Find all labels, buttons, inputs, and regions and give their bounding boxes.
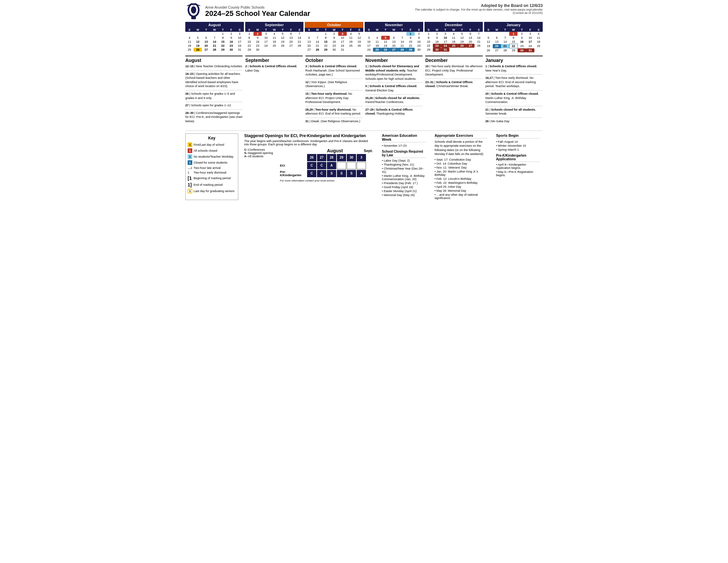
- cal-cell: 27: [493, 48, 501, 53]
- key-swatch-darkblue: 1: [188, 160, 192, 165]
- key-bracket-start-icon: [1: [188, 175, 192, 181]
- cal-cell: 16: [518, 40, 526, 44]
- aug-tue: T: [202, 28, 210, 32]
- cal-cell: 18: [185, 44, 194, 48]
- october-calendar: October SMTWTFS 12345 6789101112 1314151…: [305, 22, 363, 52]
- cal-cell: 6: [466, 32, 475, 36]
- legend-c: C–Conferences: [244, 148, 277, 151]
- cal-cell: [475, 48, 483, 52]
- jan-sat: S: [534, 28, 543, 32]
- key-label: Two-hour early dismissal: [194, 171, 226, 174]
- staggered-dates-row: 26 27 28 29 30 3: [280, 154, 373, 161]
- cal-cell: 17: [526, 40, 534, 44]
- cal-cell: [466, 48, 475, 52]
- cal-cell: 11: [347, 36, 355, 40]
- closings-title: School Closings Required by Law: [382, 150, 426, 158]
- prek-row: Pre-K/Kindergarten C C S S S A: [280, 170, 373, 177]
- cal-cell: 25: [270, 44, 278, 48]
- cal-cell: 9: [433, 36, 441, 40]
- cal-cell: 28: [210, 48, 219, 52]
- cal-cell: 8: [425, 36, 433, 40]
- cal-cell: [484, 32, 492, 36]
- cal-cell: [390, 32, 398, 36]
- header-left: Anne Arundel County Public Schools 2024–…: [185, 3, 310, 20]
- cal-cell: 10: [441, 36, 449, 40]
- calendar-note2: (Current as of 2/21/25): [415, 11, 543, 15]
- cal-cell: 10: [235, 36, 244, 40]
- cal-cell: 25: [347, 44, 355, 48]
- cal-cell-special: 31: [441, 48, 449, 52]
- closing-item: Memorial Day (May 26): [382, 193, 426, 197]
- cal-cell: 23: [227, 44, 235, 48]
- cal-cell-special: 27: [466, 44, 475, 48]
- cal-cell: 17: [441, 40, 449, 44]
- cal-cell: 26: [355, 44, 363, 48]
- eci-label: ECI: [280, 164, 306, 167]
- key-item-early-dismissal: 1 Two-hour early dismissal: [188, 171, 236, 174]
- appropriate-box: Appropriate Exercises Schools shall devo…: [432, 133, 490, 200]
- cal-cell: [279, 48, 287, 52]
- staggered-months-row: August Sept.: [280, 148, 373, 153]
- november-notes-title: November: [365, 58, 423, 63]
- jan-wed: W: [509, 28, 518, 32]
- appropriate-item: May 26: Memorial Day: [434, 189, 487, 193]
- cal-cell: 16: [227, 40, 235, 44]
- cal-cell: 12: [458, 36, 466, 40]
- cal-cell: 20: [202, 44, 210, 48]
- cal-cell: 3: [235, 32, 244, 36]
- staggered-description: The year begins with parent/teacher conf…: [244, 139, 373, 146]
- cal-cell: 14: [210, 40, 219, 44]
- cal-cell: 21: [313, 44, 322, 48]
- eci-empty3: [357, 162, 366, 169]
- cal-cell: 5: [355, 32, 363, 36]
- nov-sun: S: [365, 28, 373, 32]
- aew-item: November 17–23: [382, 144, 426, 148]
- cal-cell: 6: [305, 36, 313, 40]
- cal-cell: 8: [245, 36, 253, 40]
- cal-cell-special: 31: [526, 48, 534, 53]
- cal-cell: 3: [262, 32, 270, 36]
- cal-cell-special: 26: [458, 44, 466, 48]
- cal-cell: 16: [433, 40, 441, 44]
- aug-entry-5: 26–30 | Conferences/staggered openings f…: [185, 111, 243, 123]
- closing-item: Labor Day (Sept. 2): [382, 159, 426, 163]
- cal-cell: 4: [373, 36, 381, 40]
- key-bracket-end-icon: 1]: [188, 182, 192, 187]
- key-label: First/Last day of school: [194, 143, 224, 146]
- cal-cell: 9: [415, 36, 423, 40]
- cal-cell-special: 27: [390, 48, 398, 52]
- cal-cell: 25: [185, 48, 194, 52]
- sep-wed: W: [270, 28, 278, 32]
- jan-thu: T: [518, 28, 526, 32]
- cal-cell: 19: [484, 44, 492, 48]
- staggered-layout: C–Conferences S–Staggered opening A–All …: [244, 148, 373, 182]
- date-28: 28: [327, 154, 336, 161]
- december-notes-title: December: [425, 58, 482, 63]
- cal-cell: 8: [219, 36, 227, 40]
- legend-s: S–Staggered opening: [244, 151, 277, 155]
- cal-cell: 11: [534, 36, 543, 40]
- eci-c1: C: [307, 162, 316, 169]
- aew-title: American Education Week: [382, 133, 426, 142]
- date-30: 30: [347, 154, 356, 161]
- cal-cell: 7: [295, 32, 303, 36]
- sep-entry-1: 2 | Schools & Central Offices closed. La…: [245, 64, 302, 72]
- oct-entry-2: 12 | Yom Kippur. (See Religious Observan…: [305, 80, 363, 88]
- jan-entry-4: 21 | Schools closed for all students. Se…: [485, 108, 543, 116]
- cal-cell: [365, 32, 373, 36]
- cal-cell-special: 21: [501, 44, 509, 48]
- sep-sat: S: [295, 28, 303, 32]
- aug-thu: T: [219, 28, 227, 32]
- aug-entry-1: 12–15 | New Teacher Onboarding Activitie…: [185, 64, 243, 69]
- cal-cell: 10: [262, 36, 270, 40]
- january-header: January: [484, 22, 543, 28]
- cal-cell-special: 29: [406, 48, 415, 52]
- aew-box: American Education Week November 17–23 S…: [379, 133, 429, 200]
- sep-tue: T: [262, 28, 270, 32]
- cal-cell: 17: [338, 40, 346, 44]
- cal-cell: [347, 48, 355, 52]
- cal-cell: 30: [253, 48, 262, 52]
- cal-cell: 8: [322, 36, 330, 40]
- cal-cell: 4: [347, 32, 355, 36]
- september-notes: September 2 | Schools & Central Offices …: [245, 56, 302, 125]
